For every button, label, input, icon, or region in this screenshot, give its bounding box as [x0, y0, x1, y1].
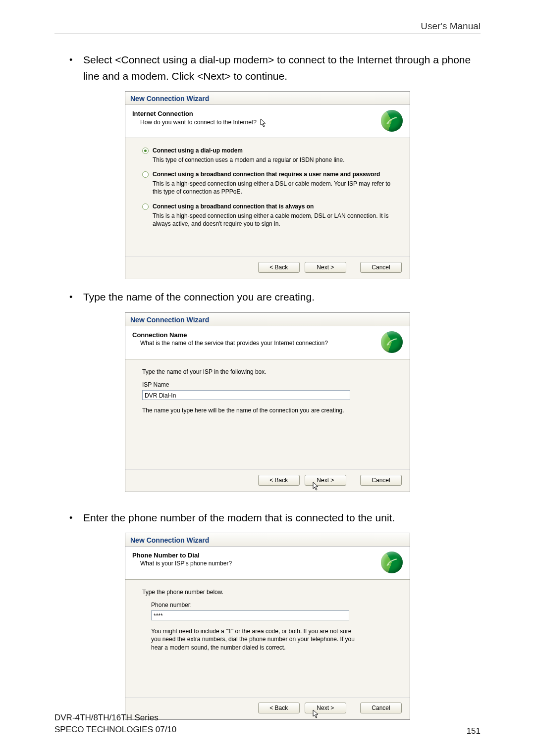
instruction-bullet-2: • Type the name of the connection you ar… [69, 289, 481, 305]
instruction-text-2: Type the name of the connection you are … [83, 289, 481, 305]
wizard-subheading: What is your ISP's phone number? [132, 559, 376, 567]
page-footer: DVR-4TH/8TH/16TH Series SPECO TECHNOLOGI… [54, 712, 481, 736]
wizard-subheading: What is the name of the service that pro… [132, 339, 376, 347]
wizard-button-row: < Back Next > Cancel [125, 469, 410, 492]
wizard-titlebar: New Connection Wizard [125, 92, 410, 105]
radio-option-broadband-auth[interactable]: Connect using a broadband connection tha… [142, 171, 399, 178]
header-right: User's Manual [54, 21, 481, 34]
svg-point-2 [388, 564, 389, 565]
wizard-body: Type the name of your ISP in the followi… [125, 359, 410, 469]
radio-unselected-icon [142, 171, 149, 178]
wizard-titlebar: New Connection Wizard [125, 533, 410, 547]
instruction-bullet-3: • Enter the phone number of the modem th… [69, 510, 481, 526]
radio-option-broadband-on[interactable]: Connect using a broadband connection tha… [142, 203, 399, 210]
wizard-body: Connect using a dial-up modem This type … [125, 138, 410, 256]
wizard-globe-icon [381, 552, 403, 573]
cancel-button[interactable]: Cancel [360, 475, 402, 486]
back-button[interactable]: < Back [258, 262, 300, 273]
wizard-header: Internet Connection How do you want to c… [125, 105, 410, 138]
bullet-dot-icon: • [69, 289, 83, 305]
radio-selected-icon [142, 148, 149, 154]
wizard-note: You might need to include a "1" or the a… [151, 627, 359, 652]
svg-point-1 [388, 344, 389, 345]
instruction-bullet-1: • Select <Connect using a dial-up modem>… [69, 52, 481, 84]
wizard-header: Phone Number to Dial What is your ISP's … [125, 547, 410, 580]
cancel-button[interactable]: Cancel [360, 262, 402, 273]
wizard-body: Type the phone number below. Phone numbe… [125, 580, 410, 697]
footer-series: DVR-4TH/8TH/16TH Series [54, 712, 176, 724]
footer-company: SPECO TECHNOLOGIES 07/10 [54, 724, 176, 736]
wizard-instruction: Type the name of your ISP in the followi… [142, 368, 399, 375]
isp-name-label: ISP Name [142, 381, 399, 388]
instruction-text-1: Select <Connect using a dial-up modem> t… [83, 52, 481, 84]
wizard-header: Connection Name What is the name of the … [125, 326, 410, 359]
radio-desc-broadband-on: This is a high-speed connection using ei… [153, 212, 399, 228]
back-button[interactable]: < Back [258, 475, 300, 486]
wizard-globe-icon [381, 110, 403, 132]
wizard-note: The name you type here will be the name … [142, 407, 399, 414]
wizard-globe-icon [381, 331, 403, 353]
wizard-button-row: < Back Next > Cancel [125, 256, 410, 279]
wizard-phone-number: New Connection Wizard Phone Number to Di… [125, 533, 410, 720]
next-button[interactable]: Next > [305, 475, 346, 486]
svg-point-0 [388, 122, 389, 124]
wizard-heading: Phone Number to Dial [132, 552, 376, 559]
radio-desc-dialup: This type of connection uses a modem and… [153, 156, 399, 164]
phone-number-input[interactable]: **** [151, 610, 349, 620]
wizard-subheading: How do you want to connect to the Intern… [132, 117, 376, 127]
wizard-heading: Internet Connection [132, 110, 376, 117]
cursor-arrow-icon [260, 118, 267, 127]
radio-unselected-icon [142, 203, 149, 210]
cursor-arrow-icon [313, 482, 320, 492]
radio-desc-broadband-auth: This is a high-speed connection using ei… [153, 180, 399, 196]
page-number: 151 [467, 726, 481, 736]
wizard-internet-connection: New Connection Wizard Internet Connectio… [125, 91, 410, 279]
wizard-titlebar: New Connection Wizard [125, 313, 410, 326]
wizard-heading: Connection Name [132, 331, 376, 339]
radio-option-dialup[interactable]: Connect using a dial-up modem [142, 147, 399, 154]
wizard-instruction: Type the phone number below. [142, 589, 399, 596]
instruction-text-3: Enter the phone number of the modem that… [83, 510, 481, 526]
bullet-dot-icon: • [69, 52, 83, 84]
isp-name-input[interactable]: DVR Dial-In [142, 390, 350, 400]
wizard-connection-name: New Connection Wizard Connection Name Wh… [125, 312, 410, 492]
next-button[interactable]: Next > [305, 262, 346, 273]
bullet-dot-icon: • [69, 510, 83, 526]
phone-number-label: Phone number: [151, 602, 399, 608]
